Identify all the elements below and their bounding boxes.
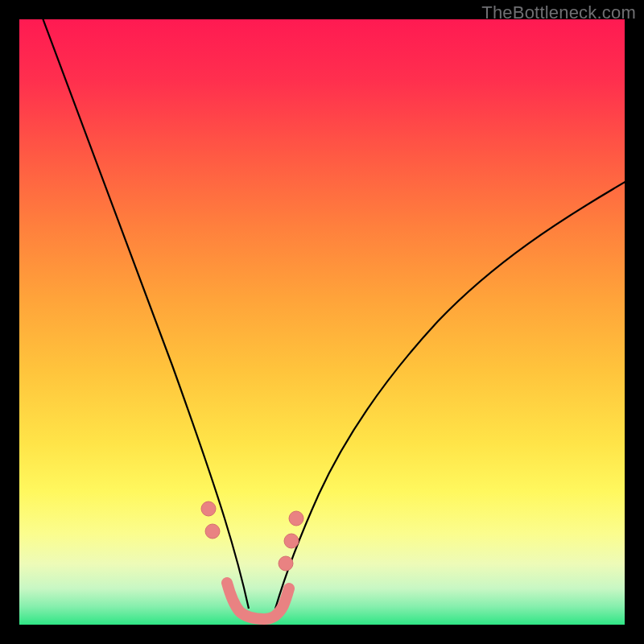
plot-area — [19, 19, 625, 625]
valley-segment — [227, 583, 289, 619]
chart-svg — [19, 19, 625, 625]
marker-left-upper — [201, 502, 216, 516]
left-curve — [42, 19, 249, 609]
marker-left-lower — [205, 524, 220, 539]
marker-right-lower — [279, 556, 293, 571]
chart-frame: TheBottleneck.com — [0, 0, 644, 644]
right-curve — [275, 180, 625, 609]
marker-right-upper — [289, 511, 303, 526]
marker-right-mid — [284, 534, 299, 548]
